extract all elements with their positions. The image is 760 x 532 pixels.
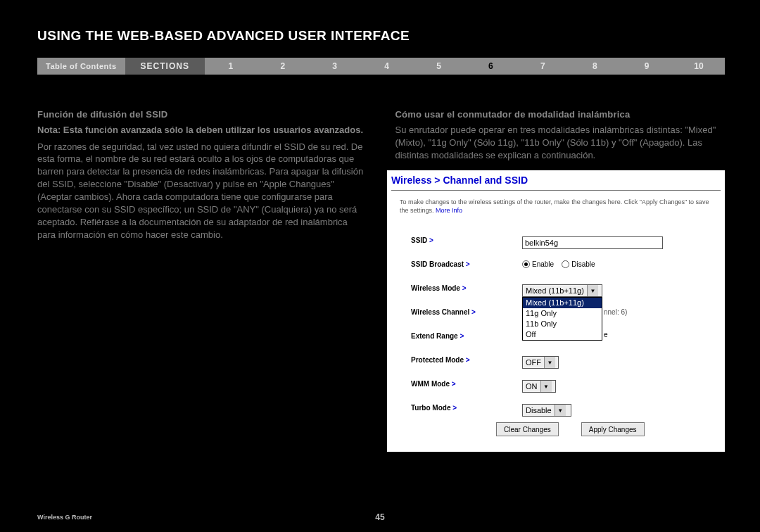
section-numbers: 1 2 3 4 5 6 7 8 9 10 bbox=[205, 61, 725, 71]
arrow-icon: > bbox=[450, 404, 457, 412]
section-link-9[interactable]: 9 bbox=[621, 61, 673, 71]
more-info-link[interactable]: More Info bbox=[436, 207, 462, 214]
chevron-down-icon: ▼ bbox=[587, 285, 598, 296]
router-settings-panel: Wireless > Channel and SSID To make chan… bbox=[387, 170, 725, 452]
arrow-icon: > bbox=[450, 380, 456, 388]
channel-hint-text: nnel: 6) bbox=[604, 308, 627, 316]
label-wmm-mode: WMM Mode > bbox=[411, 380, 522, 388]
label-broadcast: SSID Broadcast > bbox=[411, 260, 522, 268]
label-protected-text: Protected Mode bbox=[411, 356, 464, 364]
chevron-down-icon: ▼ bbox=[540, 381, 552, 392]
broadcast-enable-label: Enable bbox=[532, 260, 554, 268]
manual-page: USING THE WEB-BASED ADVANCED USER INTERF… bbox=[0, 0, 760, 532]
arrow-icon: > bbox=[469, 308, 476, 316]
ctrl-protected-mode: OFF ▼ bbox=[522, 356, 721, 369]
panel-buttons: Clear Changes Apply Changes bbox=[496, 422, 645, 436]
ctrl-broadcast: Enable Disable bbox=[522, 260, 721, 270]
right-paragraph: Su enrutador puede operar en tres modali… bbox=[395, 124, 726, 162]
mode-option-11b[interactable]: 11b Only bbox=[523, 319, 602, 329]
section-nav: Table of Contents SECTIONS 1 2 3 4 5 6 7… bbox=[37, 58, 725, 75]
section-link-3[interactable]: 3 bbox=[309, 61, 361, 71]
chevron-down-icon: ▼ bbox=[555, 405, 566, 416]
ctrl-ssid bbox=[522, 236, 721, 249]
label-broadcast-text: SSID Broadcast bbox=[411, 260, 464, 268]
section-link-6[interactable]: 6 bbox=[464, 61, 517, 71]
mode-option-off[interactable]: Off bbox=[523, 329, 602, 340]
ctrl-wmm-mode: ON ▼ bbox=[522, 380, 721, 393]
section-link-5[interactable]: 5 bbox=[413, 61, 465, 71]
label-wireless-channel: Wireless Channel > bbox=[411, 308, 522, 316]
broadcast-enable-option[interactable]: Enable bbox=[522, 260, 554, 268]
wmm-mode-select[interactable]: ON ▼ bbox=[522, 380, 556, 393]
mode-option-11g[interactable]: 11g Only bbox=[523, 308, 602, 319]
broadcast-disable-option[interactable]: Disable bbox=[562, 260, 595, 268]
label-extend-text: Extend Range bbox=[411, 332, 458, 340]
row-wireless-mode: Wireless Mode > Mixed (11b+11g) ▼ bbox=[411, 284, 721, 298]
wireless-mode-dropdown[interactable]: Mixed (11b+11g) 11g Only 11b Only Off bbox=[522, 297, 602, 341]
section-link-8[interactable]: 8 bbox=[569, 61, 621, 71]
mode-option-mixed[interactable]: Mixed (11b+11g) bbox=[523, 298, 602, 308]
sections-label: SECTIONS bbox=[125, 58, 205, 75]
ctrl-wireless-mode: Mixed (11b+11g) ▼ bbox=[522, 284, 721, 297]
left-note: Nota: Esta función avanzada sólo la debe… bbox=[37, 124, 367, 137]
ctrl-turbo-mode: Disable ▼ bbox=[522, 404, 721, 417]
footer-page-number: 45 bbox=[0, 512, 760, 522]
label-wireless-mode: Wireless Mode > bbox=[411, 284, 522, 292]
page-title: USING THE WEB-BASED ADVANCED USER INTERF… bbox=[37, 28, 410, 44]
section-link-2[interactable]: 2 bbox=[257, 61, 309, 71]
right-heading: Cómo usar el conmutador de modalidad ina… bbox=[395, 109, 726, 120]
label-wmm-text: WMM Mode bbox=[411, 380, 450, 388]
left-column: Función de difusión del SSID Nota: Esta … bbox=[37, 109, 367, 241]
left-paragraph: Por razones de seguridad, tal vez usted … bbox=[37, 141, 367, 242]
arrow-icon: > bbox=[464, 356, 470, 364]
wireless-mode-select[interactable]: Mixed (11b+11g) ▼ bbox=[522, 284, 602, 297]
row-wmm-mode: WMM Mode > ON ▼ bbox=[411, 380, 721, 394]
section-link-10[interactable]: 10 bbox=[673, 61, 725, 71]
extend-range-peek: e bbox=[604, 331, 608, 338]
arrow-icon: > bbox=[464, 260, 470, 268]
label-ssid: SSID > bbox=[411, 236, 522, 244]
label-ssid-text: SSID bbox=[411, 236, 427, 244]
arrow-icon: > bbox=[458, 332, 464, 340]
panel-title: Wireless > Channel and SSID bbox=[391, 175, 528, 186]
apply-changes-button[interactable]: Apply Changes bbox=[581, 422, 645, 436]
label-channel-text: Wireless Channel bbox=[411, 308, 469, 316]
section-link-4[interactable]: 4 bbox=[361, 61, 413, 71]
protected-mode-value: OFF bbox=[523, 358, 544, 367]
turbo-mode-select[interactable]: Disable ▼ bbox=[522, 404, 571, 417]
radio-unchecked-icon bbox=[562, 260, 569, 268]
broadcast-disable-label: Disable bbox=[571, 260, 595, 268]
protected-mode-select[interactable]: OFF ▼ bbox=[522, 356, 559, 369]
row-turbo-mode: Turbo Mode > Disable ▼ bbox=[411, 404, 721, 418]
arrow-icon: > bbox=[460, 284, 467, 292]
label-extend-range: Extend Range > bbox=[411, 332, 522, 340]
left-heading: Función de difusión del SSID bbox=[37, 109, 367, 120]
wireless-mode-value: Mixed (11b+11g) bbox=[523, 286, 587, 295]
chevron-down-icon: ▼ bbox=[544, 357, 555, 368]
label-mode-text: Wireless Mode bbox=[411, 284, 460, 292]
section-link-7[interactable]: 7 bbox=[517, 61, 569, 71]
panel-intro: To make changes to the wireless settings… bbox=[400, 198, 716, 215]
row-ssid: SSID > bbox=[411, 236, 721, 251]
arrow-icon: > bbox=[427, 236, 433, 244]
label-turbo-text: Turbo Mode bbox=[411, 404, 450, 412]
turbo-mode-value: Disable bbox=[523, 406, 555, 414]
wmm-mode-value: ON bbox=[523, 382, 540, 391]
label-turbo-mode: Turbo Mode > bbox=[411, 404, 522, 412]
section-link-1[interactable]: 1 bbox=[205, 61, 257, 71]
clear-changes-button[interactable]: Clear Changes bbox=[496, 422, 559, 436]
radio-checked-icon bbox=[522, 260, 530, 268]
panel-divider bbox=[391, 190, 721, 191]
row-broadcast: SSID Broadcast > Enable Disable bbox=[411, 260, 721, 274]
row-protected-mode: Protected Mode > OFF ▼ bbox=[411, 356, 721, 370]
ssid-input[interactable] bbox=[522, 236, 663, 249]
label-protected-mode: Protected Mode > bbox=[411, 356, 522, 364]
toc-link[interactable]: Table of Contents bbox=[37, 62, 125, 70]
